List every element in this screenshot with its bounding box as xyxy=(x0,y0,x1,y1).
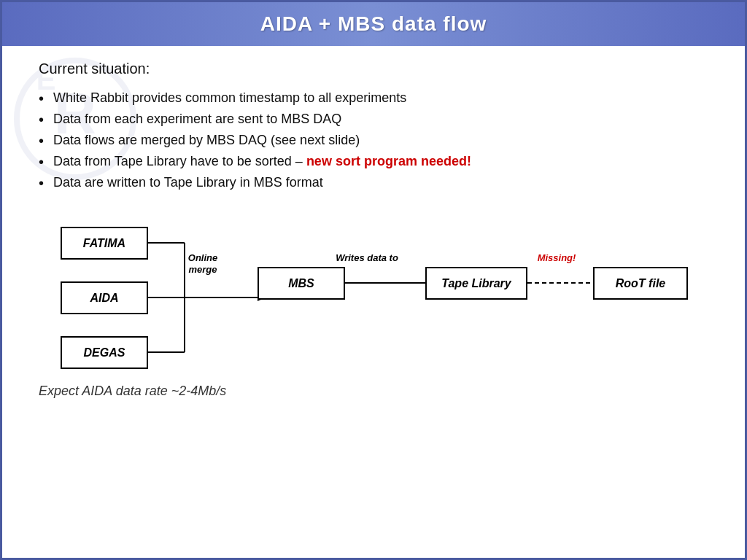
bullet-5: Data are written to Tape Library in MBS … xyxy=(39,175,708,190)
bullet-list: White Rabbit provides common timestamp t… xyxy=(39,90,708,190)
bullet-4-highlight: new sort program needed! xyxy=(306,154,471,168)
expect-line: Expect AIDA data rate ~2-4Mb/s xyxy=(39,384,708,399)
online-merge-label: Online merge xyxy=(174,252,232,275)
slide-title: AIDA + MBS data flow xyxy=(17,12,730,36)
box-tape-library: Tape Library xyxy=(425,267,527,300)
slide: AIDA + MBS data flow R E Current situati… xyxy=(0,0,747,560)
writes-data-label: Writes data to xyxy=(327,252,407,263)
flow-diagram: Online merge Writes data to Missing! xyxy=(39,212,708,373)
slide-body: R E Current situation: White Rabbit prov… xyxy=(2,46,745,560)
bullet-2: Data from each experiment are sent to MB… xyxy=(39,112,708,127)
main-content: Current situation: White Rabbit provides… xyxy=(39,61,708,399)
missing-label: Missing! xyxy=(520,252,593,263)
box-aida: AIDA xyxy=(61,281,148,314)
bullet-3: Data flows are merged by MBS DAQ (see ne… xyxy=(39,133,708,148)
bullet-4: Data from Tape Library have to be sorted… xyxy=(39,154,708,169)
box-mbs: MBS xyxy=(258,267,345,300)
bullet-4-prefix: Data from Tape Library have to be sorted… xyxy=(53,154,306,168)
current-situation-label: Current situation: xyxy=(39,61,708,77)
slide-header: AIDA + MBS data flow xyxy=(2,2,745,46)
bullet-1: White Rabbit provides common timestamp t… xyxy=(39,90,708,106)
box-degas: DEGAS xyxy=(61,336,148,369)
box-fatima: FATIMA xyxy=(61,227,148,260)
box-root-file: RooT file xyxy=(593,267,688,300)
